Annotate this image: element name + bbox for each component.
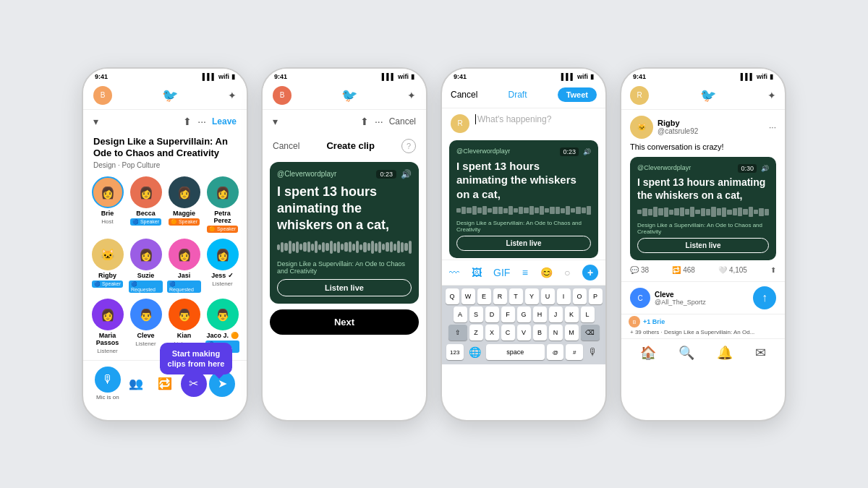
share-icon[interactable]: ⬆ (183, 116, 192, 127)
tweet-avatar[interactable]: 🐱 (630, 116, 653, 139)
wave-icon[interactable]: 〰 (449, 267, 459, 278)
sparkle-icon-1[interactable]: ✦ (228, 90, 237, 101)
like-action[interactable]: 🤍 4,105 (718, 266, 747, 274)
compose-input[interactable]: What's happening? (475, 114, 597, 133)
key-shift[interactable]: ⇧ (448, 325, 467, 341)
key-delete[interactable]: ⌫ (581, 325, 600, 341)
key-y[interactable]: Y (525, 288, 539, 304)
avatar[interactable]: 👨 (130, 299, 162, 330)
plus-button[interactable]: + (582, 265, 598, 281)
phone-2: 9:41 ▌▌▌ wifi ▮ B 🐦 ✦ ▾ ⬆ ··· Cancel (261, 67, 427, 421)
sparkle-icon-4[interactable]: ✦ (767, 90, 776, 101)
key-o[interactable]: O (573, 288, 587, 304)
avatar[interactable]: 👩 (130, 239, 162, 270)
chevron-down-icon[interactable]: ▾ (93, 116, 98, 127)
image-icon[interactable]: 🖼 (472, 267, 482, 278)
avatar[interactable]: 👩 (207, 239, 239, 270)
more-people-label: +1 Brie (643, 318, 665, 325)
user-avatar-2[interactable]: B (273, 86, 292, 105)
key-l[interactable]: L (581, 307, 595, 322)
key-123[interactable]: 123 (446, 344, 464, 360)
leave-button-2[interactable]: Cancel (389, 116, 416, 127)
home-icon[interactable]: 🏠 (640, 345, 656, 361)
help-icon[interactable]: ? (401, 139, 416, 153)
key-g[interactable]: G (517, 307, 531, 322)
embed-listen-button[interactable]: Listen live (456, 236, 591, 251)
listen-live-button[interactable]: Listen live (277, 279, 412, 296)
user-avatar-1[interactable]: B (93, 86, 112, 105)
avatar[interactable]: 👩 (169, 239, 200, 270)
next-button[interactable]: Next (270, 309, 419, 335)
key-r[interactable]: R (493, 288, 507, 304)
notifications-icon[interactable]: 🔔 (717, 345, 733, 361)
embed-mute-icon[interactable]: 🔊 (583, 148, 591, 155)
avatar[interactable]: 👨 (207, 299, 239, 330)
reply-compose-button[interactable]: ↑ (753, 286, 776, 309)
messages-icon[interactable]: ✉ (755, 345, 766, 361)
key-m[interactable]: M (565, 325, 579, 341)
cancel-button[interactable]: Cancel (273, 141, 299, 151)
key-x[interactable]: X (485, 325, 499, 341)
search-nav-icon[interactable]: 🔍 (678, 345, 694, 361)
reply-avatar[interactable]: C (630, 288, 650, 308)
list-icon[interactable]: ≡ (522, 267, 528, 278)
avatar[interactable]: 👩 (92, 176, 124, 208)
globe-icon[interactable]: 🌐 (466, 345, 484, 359)
chevron-down-icon-2[interactable]: ▾ (273, 116, 278, 127)
tweet-button[interactable]: Tweet (558, 87, 597, 102)
retweet-button[interactable]: 🔁 (152, 371, 178, 397)
waveform-bar (404, 243, 407, 251)
draft-button[interactable]: Draft (508, 90, 527, 100)
key-f[interactable]: F (501, 307, 515, 322)
key-j[interactable]: J (549, 307, 563, 322)
share-icon-2[interactable]: ⬆ (360, 116, 369, 127)
mic-button[interactable]: 🎙 (95, 367, 121, 393)
tweet-embed-listen-button[interactable]: Listen live (637, 238, 769, 253)
avatar[interactable]: 👩 (207, 176, 239, 208)
waveform-bar (378, 241, 381, 253)
key-n[interactable]: N (549, 325, 563, 341)
mic-keyboard-icon[interactable]: 🎙 (585, 345, 601, 359)
key-t[interactable]: T (509, 288, 523, 304)
more-icon[interactable]: ··· (197, 116, 206, 127)
key-d[interactable]: D (485, 307, 499, 322)
embed-mute-icon-4[interactable]: 🔊 (761, 165, 769, 172)
avatar[interactable]: 👨 (169, 299, 200, 330)
retweet-action[interactable]: 🔁 468 (672, 266, 695, 274)
reply-action[interactable]: 💬 38 (630, 266, 649, 274)
key-a[interactable]: A (454, 307, 467, 322)
key-p[interactable]: P (589, 288, 603, 304)
key-c[interactable]: C (501, 325, 515, 341)
key-i[interactable]: I (557, 288, 571, 304)
avatar[interactable]: 👩 (169, 176, 200, 208)
cancel-button-3[interactable]: Cancel (451, 90, 477, 100)
people-button[interactable]: 👥 (123, 371, 149, 397)
sparkle-icon-2[interactable]: ✦ (407, 90, 416, 101)
key-s[interactable]: S (469, 307, 483, 322)
key-k[interactable]: K (565, 307, 579, 322)
status-icons-1: ▌▌▌ wifi ▮ (203, 73, 235, 80)
share-action[interactable]: ⬆ (770, 266, 776, 274)
key-hash[interactable]: # (566, 344, 583, 360)
key-w[interactable]: W (461, 288, 475, 304)
key-space[interactable]: space (486, 344, 545, 360)
more-icon-2[interactable]: ··· (375, 116, 383, 127)
key-v[interactable]: V (517, 325, 531, 341)
avatar[interactable]: 👩 (130, 176, 162, 208)
key-e[interactable]: E (477, 288, 491, 304)
mute-icon[interactable]: 🔊 (401, 169, 412, 179)
emoji-icon[interactable]: 😊 (540, 267, 553, 278)
avatar[interactable]: 👩 (92, 299, 124, 330)
leave-button[interactable]: Leave (212, 116, 237, 127)
avatar[interactable]: 🐱 (92, 239, 124, 270)
key-b[interactable]: B (533, 325, 547, 341)
clip-button[interactable]: ✂ (181, 371, 207, 397)
key-at[interactable]: @ (547, 344, 564, 360)
key-h[interactable]: H (533, 307, 547, 322)
key-q[interactable]: Q (446, 288, 459, 304)
key-z[interactable]: Z (469, 325, 483, 341)
feed-avatar[interactable]: R (630, 86, 649, 105)
gif-icon[interactable]: GIF (493, 267, 510, 278)
key-u[interactable]: U (541, 288, 555, 304)
more-options-icon[interactable]: ··· (769, 122, 776, 132)
